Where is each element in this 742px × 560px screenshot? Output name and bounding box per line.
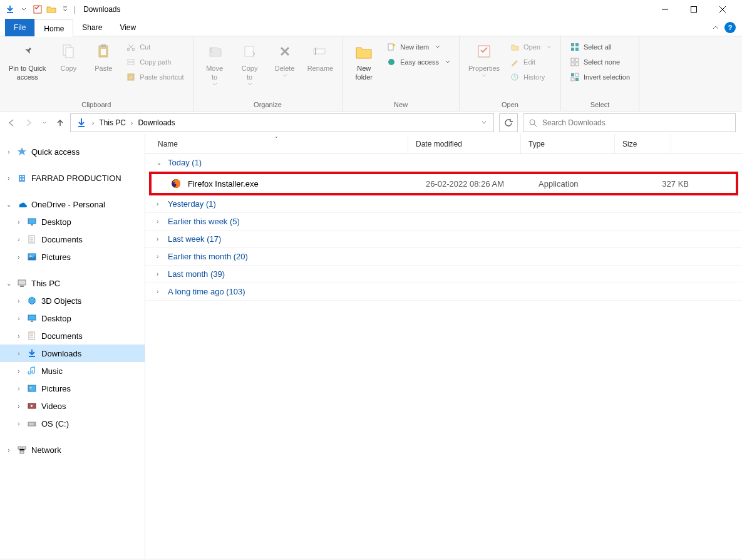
- qat-properties-icon[interactable]: [33, 4, 43, 14]
- invert-selection-button[interactable]: Invert selection: [566, 70, 634, 84]
- breadcrumb-this-pc[interactable]: This PC: [96, 114, 128, 132]
- svg-rect-29: [575, 73, 579, 76]
- tree-onedrive-pictures[interactable]: ›Pictures: [0, 248, 145, 266]
- qat-folder-icon[interactable]: [46, 4, 56, 14]
- column-type[interactable]: Type: [521, 134, 615, 153]
- tab-file[interactable]: File: [5, 19, 34, 36]
- tree-onedrive-documents[interactable]: ›Documents: [0, 231, 145, 248]
- tree-3d-objects[interactable]: ›3D Objects: [0, 292, 145, 309]
- column-size[interactable]: Size: [615, 134, 671, 153]
- highlight-box: Firefox Installer.exe 26-02-2022 08:26 A…: [149, 172, 738, 195]
- svg-rect-30: [571, 78, 574, 81]
- file-row[interactable]: Firefox Installer.exe 26-02-2022 08:26 A…: [152, 174, 736, 193]
- properties-icon: [474, 41, 494, 61]
- quick-access-icon: [16, 146, 28, 157]
- new-folder-icon: [354, 41, 374, 61]
- group-label-select: Select: [566, 100, 634, 110]
- tab-home[interactable]: Home: [34, 19, 73, 37]
- breadcrumb-chevron-icon[interactable]: ›: [130, 120, 134, 127]
- new-folder-button[interactable]: New folder: [348, 39, 380, 84]
- tree-onedrive[interactable]: ⌄OneDrive - Personal: [0, 195, 145, 213]
- tree-pc-documents[interactable]: ›Documents: [0, 327, 145, 345]
- ribbon: Pin to Quick access Copy Paste Cut Copy …: [0, 36, 742, 111]
- qat-dropdown-icon[interactable]: [19, 4, 29, 14]
- paste-icon: [93, 41, 113, 61]
- copy-path-button[interactable]: Copy path: [122, 55, 187, 69]
- breadcrumb-bar[interactable]: › This PC › Downloads: [70, 113, 494, 132]
- group-label-organize: Organize: [198, 100, 338, 110]
- refresh-button[interactable]: [499, 113, 518, 132]
- tree-quick-access[interactable]: ›Quick access: [0, 143, 145, 160]
- copy-to-icon: [240, 41, 260, 61]
- copy-button[interactable]: Copy: [52, 39, 85, 75]
- tree-pc-desktop[interactable]: ›Desktop: [0, 309, 145, 327]
- select-all-button[interactable]: Select all: [566, 40, 634, 54]
- paste-button[interactable]: Paste: [87, 39, 120, 75]
- invert-selection-icon: [570, 72, 580, 82]
- building-icon: [16, 172, 28, 184]
- group-earlier-week[interactable]: ›Earlier this week (5): [145, 213, 742, 231]
- nav-up-button[interactable]: [55, 118, 65, 128]
- group-today[interactable]: ⌄Today (1): [145, 154, 742, 172]
- pin-to-quick-access-button[interactable]: Pin to Quick access: [5, 39, 49, 84]
- column-date[interactable]: Date modified: [408, 134, 521, 153]
- nav-recent-dropdown[interactable]: [41, 120, 48, 126]
- properties-button[interactable]: Properties: [465, 39, 503, 80]
- history-button[interactable]: History: [506, 70, 555, 84]
- tree-pc-downloads[interactable]: ›Downloads: [0, 345, 145, 362]
- group-long-ago[interactable]: ›A long time ago (103): [145, 283, 742, 301]
- edit-icon: [510, 57, 520, 67]
- tree-onedrive-desktop[interactable]: ›Desktop: [0, 213, 145, 231]
- group-earlier-month[interactable]: ›Earlier this month (20): [145, 248, 742, 266]
- qat-chevron-icon[interactable]: [60, 4, 70, 14]
- desktop-icon: [26, 216, 38, 227]
- column-name[interactable]: ⌄Name: [145, 134, 408, 153]
- nav-back-button[interactable]: [6, 118, 16, 128]
- breadcrumb-downloads[interactable]: Downloads: [135, 114, 177, 132]
- help-button[interactable]: ?: [724, 22, 736, 33]
- tree-pc-pictures[interactable]: ›Pictures: [0, 380, 145, 397]
- file-date: 26-02-2022 08:26 AM: [426, 179, 538, 189]
- move-to-button[interactable]: Move to: [198, 39, 231, 89]
- svg-rect-31: [575, 78, 579, 81]
- select-none-button[interactable]: Select none: [566, 55, 634, 69]
- breadcrumb-root-icon[interactable]: [73, 114, 90, 132]
- copy-icon: [58, 41, 78, 61]
- svg-rect-14: [315, 48, 316, 55]
- rename-button[interactable]: Rename: [304, 39, 338, 75]
- tab-view[interactable]: View: [111, 19, 145, 36]
- new-item-icon: [386, 42, 396, 52]
- tree-pc-music[interactable]: ›Music: [0, 362, 145, 380]
- group-last-week[interactable]: ›Last week (17): [145, 231, 742, 248]
- maximize-button[interactable]: [679, 0, 708, 19]
- new-item-button[interactable]: New item: [383, 40, 454, 54]
- tree-pc-videos[interactable]: ›Videos: [0, 397, 145, 415]
- tree-network[interactable]: ›Network: [0, 441, 145, 459]
- edit-button[interactable]: Edit: [506, 55, 555, 69]
- svg-rect-44: [20, 286, 24, 287]
- tab-share[interactable]: Share: [73, 19, 111, 36]
- paste-shortcut-button[interactable]: Paste shortcut: [122, 70, 187, 84]
- easy-access-button[interactable]: Easy access: [383, 55, 454, 69]
- search-input[interactable]: Search Downloads: [523, 113, 736, 132]
- breadcrumb-chevron-icon[interactable]: ›: [91, 120, 95, 127]
- group-yesterday[interactable]: ›Yesterday (1): [145, 195, 742, 213]
- network-icon: [16, 444, 28, 455]
- svg-rect-10: [128, 63, 134, 65]
- nav-forward-button[interactable]: [24, 118, 34, 128]
- delete-button[interactable]: Delete: [269, 39, 301, 80]
- group-last-month[interactable]: ›Last month (39): [145, 266, 742, 283]
- open-button[interactable]: Open: [506, 40, 555, 54]
- move-to-icon: [205, 41, 225, 61]
- svg-rect-28: [571, 73, 574, 76]
- tree-pc-osc[interactable]: ›OS (C:): [0, 415, 145, 432]
- svg-rect-54: [23, 447, 26, 449]
- tree-this-pc[interactable]: ⌄This PC: [0, 274, 145, 292]
- ribbon-collapse-chevron-icon[interactable]: [712, 24, 719, 31]
- close-button[interactable]: [708, 0, 737, 19]
- tree-farrad[interactable]: ›FARRAD PRODUCTION: [0, 169, 145, 187]
- copy-to-button[interactable]: Copy to: [234, 39, 266, 89]
- cut-button[interactable]: Cut: [122, 40, 187, 54]
- address-dropdown-button[interactable]: [477, 120, 491, 126]
- minimize-button[interactable]: [651, 0, 679, 19]
